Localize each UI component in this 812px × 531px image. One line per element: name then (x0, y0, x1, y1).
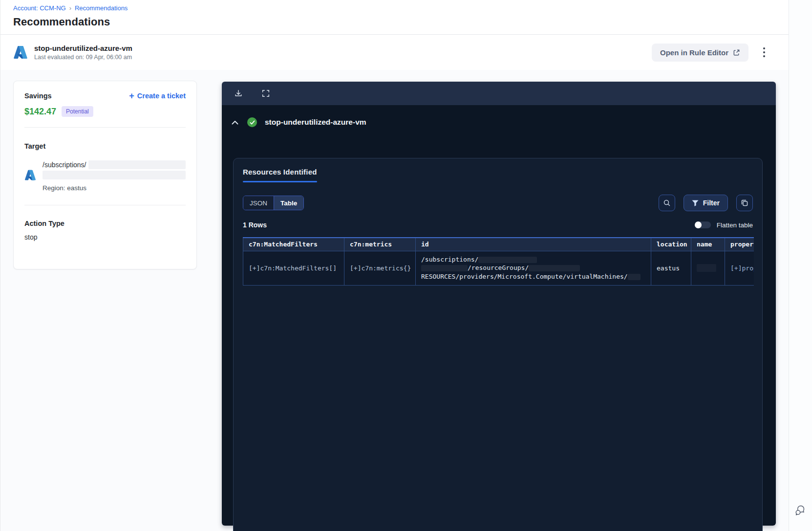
rule-last-evaluated: Last evaluated on: 09 Apr, 06:00 am (34, 54, 132, 61)
azure-icon (24, 169, 36, 192)
help-chat-icon[interactable] (794, 504, 808, 517)
savings-amount: $142.47 (24, 107, 56, 117)
divider (24, 127, 186, 128)
action-type-value: stop (24, 233, 186, 241)
recommendation-summary-card: Savings + Create a ticket $142.47 Potent… (13, 81, 197, 269)
savings-label: Savings (24, 92, 52, 100)
rule-header-band: stop-underutilized-azure-vm Last evaluat… (0, 35, 789, 70)
page-title: Recommendations (13, 16, 776, 28)
column-header-location[interactable]: location (651, 238, 691, 251)
cell-properties[interactable]: [+]properties{} (725, 251, 754, 285)
copy-icon (741, 199, 748, 207)
redacted-value (88, 160, 186, 169)
page-header: Account: CCM-NG › Recommendations Recomm… (0, 0, 789, 35)
rule-name: stop-underutilized-azure-vm (34, 44, 132, 52)
resources-identified-panel: Resources Identified JSON Table (233, 158, 763, 531)
main-column: Account: CCM-NG › Recommendations Recomm… (0, 0, 789, 531)
resources-table: c7n:MatchedFilters c7n:metrics id locati… (243, 237, 754, 286)
open-in-rule-editor-label: Open in Rule Editor (660, 48, 728, 57)
cell-id[interactable]: /subscriptions/ /resourceGroups/ RESOURC… (416, 251, 651, 285)
filter-button-label: Filter (703, 199, 720, 207)
filter-button[interactable]: Filter (684, 195, 728, 211)
breadcrumb: Account: CCM-NG › Recommendations (13, 4, 776, 12)
search-button[interactable] (659, 195, 675, 211)
redacted-value (529, 265, 580, 271)
table-row: [+]c7n:MatchedFilters[] [+]c7n:metrics{}… (243, 251, 754, 285)
target-label: Target (24, 142, 186, 150)
evaluation-results-panel: stop-underutilized-azure-vm Resources Id… (222, 82, 776, 526)
fullscreen-icon[interactable] (261, 88, 271, 98)
open-in-rule-editor-button[interactable]: Open in Rule Editor (652, 44, 748, 62)
divider (24, 205, 186, 205)
plus-icon: + (129, 92, 134, 99)
azure-icon (13, 45, 28, 60)
column-header-id[interactable]: id (416, 238, 651, 251)
chevron-right-icon: › (69, 4, 71, 12)
external-link-icon (733, 49, 740, 56)
breadcrumb-account-link[interactable]: Account: CCM-NG (13, 4, 66, 12)
redacted-value (628, 274, 641, 280)
redacted-value (478, 257, 537, 263)
view-mode-toggle: JSON Table (243, 196, 304, 210)
flatten-table-toggle[interactable] (695, 221, 711, 228)
create-ticket-link[interactable]: + Create a ticket (129, 92, 186, 100)
id-path-segment: RESOURCES/providers/Microsoft.Compute/vi… (421, 273, 628, 280)
action-type-label: Action Type (24, 220, 186, 227)
view-toggle-table[interactable]: Table (274, 196, 303, 210)
filter-funnel-icon (692, 200, 699, 206)
redacted-value (697, 264, 716, 272)
success-check-icon (247, 117, 257, 127)
toggle-knob (695, 221, 702, 228)
create-ticket-label: Create a ticket (137, 92, 186, 100)
target-path: /subscriptions/ (43, 161, 86, 169)
panel-rule-name: stop-underutilized-azure-vm (265, 118, 366, 127)
breadcrumb-recommendations-link[interactable]: Recommendations (75, 4, 128, 12)
target-region: Region: eastus (43, 184, 186, 192)
search-icon (663, 199, 671, 207)
column-header-name[interactable]: name (691, 238, 725, 251)
more-options-kebab-icon[interactable] (761, 44, 767, 60)
rule-header-left: stop-underutilized-azure-vm Last evaluat… (13, 44, 132, 61)
rows-count: 1 Rows (243, 221, 267, 229)
cell-metrics[interactable]: [+]c7n:metrics{} (344, 251, 416, 285)
redacted-value (421, 265, 468, 271)
panel-body: stop-underutilized-azure-vm Resources Id… (222, 105, 776, 526)
copy-button[interactable] (736, 195, 753, 211)
collapse-chevron-up-icon[interactable] (232, 120, 238, 125)
id-path-segment: /subscriptions/ (421, 256, 478, 263)
potential-badge: Potential (62, 106, 93, 117)
tab-label: Resources Identified (243, 168, 317, 176)
column-header-matched-filters[interactable]: c7n:MatchedFilters (243, 238, 344, 251)
cell-matched-filters[interactable]: [+]c7n:MatchedFilters[] (243, 251, 344, 285)
tab-resources-identified[interactable]: Resources Identified (243, 158, 317, 182)
column-header-properties[interactable]: properties (725, 238, 754, 251)
column-header-metrics[interactable]: c7n:metrics (344, 238, 416, 251)
view-toggle-json[interactable]: JSON (243, 196, 274, 210)
flatten-table-label: Flatten table (717, 221, 753, 229)
download-icon[interactable] (234, 88, 243, 98)
table-header-row: c7n:MatchedFilters c7n:metrics id locati… (243, 238, 754, 251)
cell-location[interactable]: eastus (651, 251, 691, 285)
right-rail (789, 0, 812, 531)
content-area: Savings + Create a ticket $142.47 Potent… (0, 70, 789, 531)
cell-name[interactable] (691, 251, 725, 285)
panel-toolbar (222, 82, 776, 105)
active-tab-underline (243, 181, 317, 182)
id-path-segment: /resourceGroups/ (468, 264, 529, 272)
redacted-value (43, 171, 186, 179)
